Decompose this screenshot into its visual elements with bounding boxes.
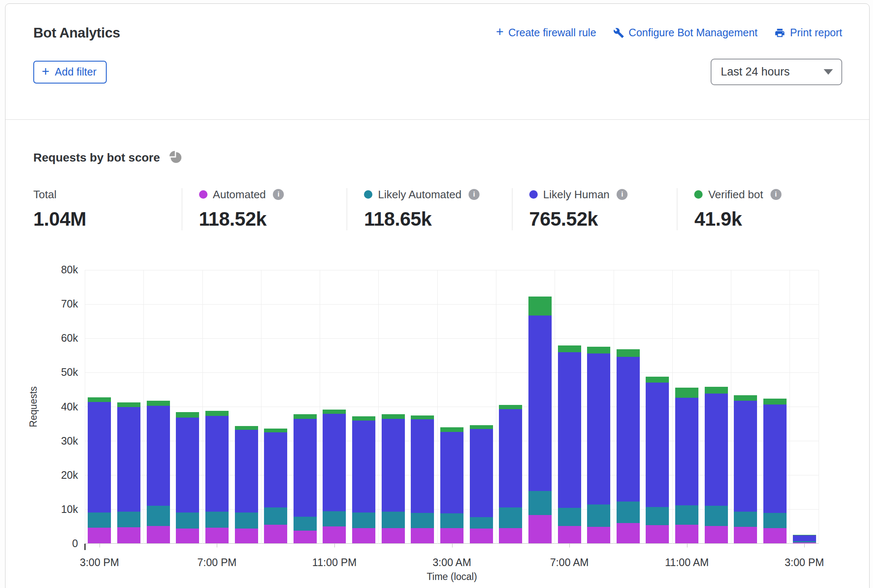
bar-segment-automated[interactable] — [499, 528, 522, 543]
bar-900pm[interactable] — [264, 429, 287, 543]
bar-segment-likely-human[interactable] — [176, 418, 199, 513]
bar-segment-likely-automated[interactable] — [558, 508, 581, 526]
bar-segment-likely-automated[interactable] — [705, 506, 728, 526]
bar-300pm[interactable] — [793, 535, 816, 543]
bar-segment-automated[interactable] — [646, 525, 669, 543]
bar-segment-verified-bot[interactable] — [470, 425, 493, 429]
bar-segment-likely-automated[interactable] — [352, 512, 375, 528]
bar-segment-likely-automated[interactable] — [734, 512, 757, 527]
bar-segment-likely-automated[interactable] — [382, 512, 405, 528]
bar-segment-automated[interactable] — [440, 528, 463, 544]
bar-segment-verified-bot[interactable] — [734, 395, 757, 401]
bar-segment-likely-automated[interactable] — [528, 491, 552, 515]
bar-segment-likely-human[interactable] — [763, 405, 787, 512]
bar-segment-likely-automated[interactable] — [323, 511, 346, 527]
bar-segment-verified-bot[interactable] — [558, 345, 581, 352]
add-filter-button[interactable]: + Add filter — [33, 61, 107, 84]
bar-segment-likely-human[interactable] — [499, 409, 522, 507]
bar-segment-automated[interactable] — [528, 515, 552, 543]
bar-segment-likely-automated[interactable] — [235, 512, 258, 529]
bar-600pm[interactable] — [176, 412, 199, 543]
bar-segment-likely-automated[interactable] — [117, 512, 140, 527]
bar-segment-automated[interactable] — [675, 525, 698, 543]
bar-segment-likely-automated[interactable] — [499, 507, 522, 529]
bar-1000pm[interactable] — [294, 414, 317, 543]
bar-segment-likely-automated[interactable] — [176, 512, 199, 529]
bar-segment-automated[interactable] — [734, 527, 757, 543]
bar-segment-automated[interactable] — [352, 528, 375, 543]
bar-400am[interactable] — [470, 425, 493, 543]
bar-segment-likely-automated[interactable] — [440, 513, 463, 528]
bar-segment-likely-automated[interactable] — [617, 502, 640, 523]
bar-segment-verified-bot[interactable] — [382, 414, 405, 419]
bar-segment-likely-automated[interactable] — [205, 512, 229, 527]
bar-segment-automated[interactable] — [264, 525, 287, 543]
bar-segment-likely-human[interactable] — [235, 430, 258, 512]
bar-segment-verified-bot[interactable] — [88, 397, 111, 402]
bar-300pm[interactable] — [88, 397, 111, 543]
bar-segment-automated[interactable] — [88, 528, 111, 543]
bar-1200pm[interactable] — [705, 387, 728, 543]
bar-700am[interactable] — [558, 345, 581, 543]
bar-segment-verified-bot[interactable] — [352, 416, 375, 421]
bar-segment-likely-human[interactable] — [440, 432, 463, 513]
bar-segment-automated[interactable] — [235, 529, 258, 543]
bar-segment-likely-automated[interactable] — [587, 504, 610, 527]
bar-segment-likely-human[interactable] — [352, 421, 375, 512]
bar-segment-likely-automated[interactable] — [147, 506, 170, 526]
bar-segment-likely-automated[interactable] — [470, 517, 493, 529]
bar-segment-likely-human[interactable] — [88, 402, 111, 512]
bar-segment-automated[interactable] — [793, 542, 816, 543]
bar-segment-automated[interactable] — [470, 529, 493, 543]
bar-segment-likely-human[interactable] — [470, 429, 493, 517]
info-icon[interactable]: i — [469, 189, 480, 200]
bar-100pm[interactable] — [734, 395, 757, 543]
bar-segment-likely-human[interactable] — [411, 419, 434, 513]
bar-1100am[interactable] — [675, 388, 698, 543]
bar-segment-likely-automated[interactable] — [675, 505, 698, 525]
bar-segment-likely-human[interactable] — [323, 414, 346, 511]
bar-segment-verified-bot[interactable] — [587, 347, 610, 353]
bar-segment-verified-bot[interactable] — [411, 415, 434, 420]
bar-segment-likely-human[interactable] — [675, 398, 698, 505]
info-icon[interactable]: i — [273, 189, 284, 200]
bar-1000am[interactable] — [646, 377, 669, 543]
bar-segment-likely-human[interactable] — [294, 419, 317, 517]
bar-segment-likely-automated[interactable] — [294, 517, 317, 531]
bar-segment-automated[interactable] — [117, 527, 140, 543]
bar-segment-likely-human[interactable] — [264, 432, 287, 507]
bar-400pm[interactable] — [117, 402, 140, 543]
bar-segment-verified-bot[interactable] — [528, 297, 552, 316]
bar-segment-likely-human[interactable] — [117, 407, 140, 512]
bar-segment-automated[interactable] — [205, 528, 229, 543]
bar-segment-automated[interactable] — [147, 526, 170, 543]
bar-segment-verified-bot[interactable] — [235, 426, 258, 430]
bar-800pm[interactable] — [235, 426, 258, 543]
bar-segment-verified-bot[interactable] — [176, 412, 199, 417]
bar-segment-likely-human[interactable] — [617, 357, 640, 502]
bar-segment-likely-automated[interactable] — [88, 512, 111, 528]
bar-segment-verified-bot[interactable] — [117, 402, 140, 407]
bar-segment-automated[interactable] — [617, 523, 640, 543]
bar-segment-likely-human[interactable] — [205, 416, 229, 512]
bar-500pm[interactable] — [147, 401, 170, 543]
bar-segment-likely-automated[interactable] — [411, 513, 434, 529]
bar-segment-verified-bot[interactable] — [294, 414, 317, 419]
bar-segment-verified-bot[interactable] — [646, 377, 669, 383]
info-icon[interactable]: i — [771, 189, 781, 200]
bar-segment-automated[interactable] — [587, 527, 610, 543]
bar-segment-verified-bot[interactable] — [205, 411, 229, 416]
bar-segment-likely-human[interactable] — [587, 353, 610, 505]
bar-200pm[interactable] — [763, 399, 787, 543]
bar-segment-verified-bot[interactable] — [675, 388, 698, 398]
time-range-dropdown[interactable]: Last 24 hours — [711, 59, 842, 85]
bar-segment-likely-human[interactable] — [147, 406, 170, 506]
bar-segment-automated[interactable] — [763, 528, 787, 544]
bar-segment-likely-human[interactable] — [734, 401, 757, 512]
bar-segment-verified-bot[interactable] — [147, 401, 170, 406]
bar-segment-automated[interactable] — [294, 531, 317, 543]
bar-1100pm[interactable] — [323, 410, 346, 543]
bar-segment-automated[interactable] — [411, 528, 434, 543]
bar-segment-automated[interactable] — [323, 526, 346, 543]
bar-segment-likely-human[interactable] — [793, 535, 816, 541]
